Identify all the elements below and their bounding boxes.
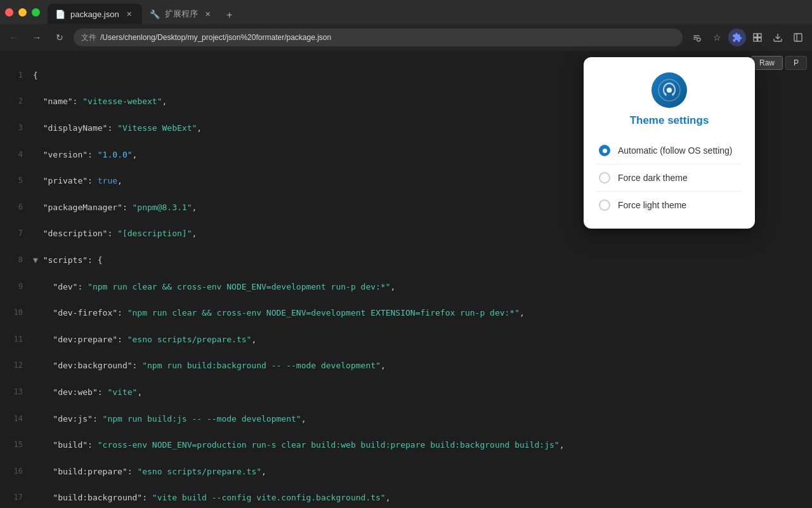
file-label: 文件 [81,32,96,43]
tab-extension-close-button[interactable]: ✕ [203,9,213,19]
tabs-area: 📄 package.json ✕ 🔧 扩展程序 ✕ + [48,0,807,24]
tab-close-button[interactable]: ✕ [124,9,134,19]
titlebar: 📄 package.json ✕ 🔧 扩展程序 ✕ + [0,0,812,24]
svg-point-0 [697,38,700,41]
option-auto-label: Automatic (follow OS setting) [618,145,733,156]
radio-light[interactable] [599,199,610,211]
sidebar-button[interactable] [789,29,807,46]
svg-rect-1 [754,34,757,37]
theme-option-light[interactable]: Force light theme [596,194,742,216]
preview-button[interactable]: P [785,56,807,70]
download-button[interactable] [769,29,787,46]
toolbar-right: ☆ [688,29,807,46]
popup-title: Theme settings [630,114,709,127]
extensions-active-button[interactable] [728,29,746,46]
close-window-button[interactable] [5,8,13,17]
tab-label: package.json [70,10,119,19]
divider-2 [596,191,742,192]
svg-rect-4 [758,38,761,41]
tab-extension-icon: 🔧 [150,10,160,19]
tab-extension[interactable]: 🔧 扩展程序 ✕ [142,4,221,24]
tab-package-json[interactable]: 📄 package.json ✕ [48,4,142,24]
traffic-lights [5,8,40,17]
forward-button[interactable]: → [28,29,46,46]
main-area: Raw P 1{ 2 "name": "vitesse-webext", 3 "… [0,51,812,508]
option-light-label: Force light theme [618,200,686,210]
code-toolbar: Raw P [751,56,807,70]
reload-button[interactable]: ↻ [51,29,69,46]
maximize-window-button[interactable] [32,8,40,17]
new-tab-button[interactable]: + [221,6,239,24]
back-button[interactable]: ← [5,29,23,46]
radio-auto-inner [603,149,607,153]
radio-auto[interactable] [599,145,610,156]
option-dark-label: Force dark theme [618,173,688,183]
minimize-window-button[interactable] [18,8,27,17]
divider-1 [596,164,742,164]
theme-settings-popup: Theme settings Automatic (follow OS sett… [584,57,755,229]
theme-option-auto[interactable]: Automatic (follow OS setting) [596,140,742,161]
radio-dark[interactable] [599,172,610,184]
popup-logo [652,72,687,108]
svg-rect-6 [794,34,802,41]
theme-option-dark[interactable]: Force dark theme [596,167,742,189]
bookmark-button[interactable]: ☆ [708,29,726,46]
translate-button[interactable] [688,29,705,46]
tab-extension-label: 扩展程序 [165,8,198,20]
svg-rect-3 [754,38,757,41]
extensions2-button[interactable] [749,29,766,46]
raw-button[interactable]: Raw [751,56,783,70]
addressbar: ← → ↻ 文件 /Users/chenlong/Desktop/my_proj… [0,24,812,51]
tab-file-icon: 📄 [55,10,65,19]
svg-rect-2 [758,34,761,37]
url-bar[interactable]: 文件 /Users/chenlong/Desktop/my_project/js… [74,29,683,46]
url-path: /Users/chenlong/Desktop/my_project/json%… [100,33,331,42]
